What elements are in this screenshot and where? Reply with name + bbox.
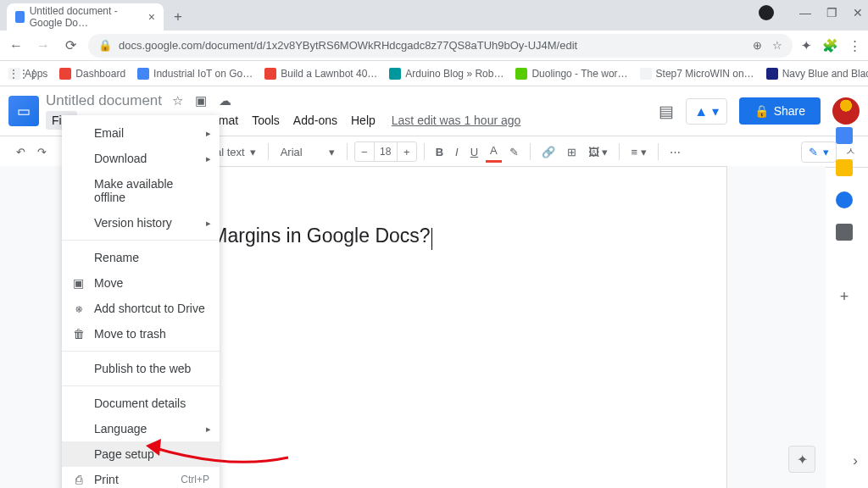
- last-edit-link[interactable]: Last edit was 1 hour ago: [392, 114, 521, 127]
- new-tab-button[interactable]: +: [167, 6, 189, 28]
- more-icon[interactable]: ⋯: [665, 142, 685, 162]
- menu-item-offline[interactable]: Make available offline: [62, 171, 220, 210]
- link-icon[interactable]: 🔗: [537, 142, 559, 162]
- comments-icon[interactable]: ▤: [659, 102, 674, 121]
- hide-sidepanel-icon[interactable]: ›: [853, 452, 858, 469]
- star-document-icon[interactable]: ☆: [172, 93, 183, 108]
- chrome-menu-icon[interactable]: ⋮: [849, 38, 861, 53]
- browser-tab[interactable]: Untitled document - Google Do… ×: [7, 3, 164, 30]
- menu-addons[interactable]: Add-ons: [287, 111, 343, 130]
- folder-move-icon: ▣: [71, 276, 86, 290]
- contacts-icon[interactable]: [836, 224, 853, 241]
- profile-icon[interactable]: [759, 5, 774, 20]
- close-tab-icon[interactable]: ×: [148, 10, 155, 24]
- document-title[interactable]: Untitled document: [46, 92, 162, 109]
- bookmark-item[interactable]: Duolingo - The wor…: [515, 68, 627, 80]
- menu-help[interactable]: Help: [345, 111, 381, 130]
- url-text: docs.google.com/document/d/1x2v8YBytRS6M…: [119, 39, 577, 52]
- minimize-icon[interactable]: —: [799, 6, 811, 19]
- menu-item-download[interactable]: Download▸: [62, 146, 220, 171]
- font-select[interactable]: Arial▾: [275, 146, 340, 158]
- menu-item-move[interactable]: ▣Move: [62, 270, 220, 296]
- window-controls: — ❐ ✕: [759, 5, 863, 20]
- side-panel: +: [827, 127, 861, 306]
- menu-tools[interactable]: Tools: [246, 111, 286, 130]
- bookmarks-bar: ⋮⋮⋮Apps Dashboard Industrial IoT on Go… …: [0, 61, 868, 86]
- file-menu-dropdown: Email▸ Download▸ Make available offline …: [62, 115, 220, 488]
- explore-button[interactable]: ✦: [788, 446, 815, 473]
- lock-icon: 🔒: [754, 104, 769, 118]
- bookmark-item[interactable]: Arduino Blog » Rob…: [389, 68, 504, 80]
- close-window-icon[interactable]: ✕: [853, 6, 863, 19]
- font-size-input[interactable]: 18: [374, 142, 398, 161]
- docs-logo-icon[interactable]: ▭: [8, 96, 39, 126]
- forward-icon: →: [34, 38, 53, 53]
- account-avatar[interactable]: [832, 97, 860, 125]
- star-icon[interactable]: ☆: [772, 39, 782, 52]
- bookmark-item[interactable]: Industrial IoT on Go…: [137, 68, 253, 80]
- menu-item-publish[interactable]: Publish to the web: [62, 356, 220, 381]
- add-addon-icon[interactable]: +: [840, 288, 849, 306]
- cloud-status-icon[interactable]: ☁: [219, 93, 231, 108]
- back-icon[interactable]: ←: [7, 38, 25, 53]
- image-icon[interactable]: 🖼 ▾: [584, 142, 613, 162]
- present-icon[interactable]: ▲ ▾: [686, 98, 726, 125]
- menu-item-rename[interactable]: Rename: [62, 245, 220, 270]
- bookmark-item[interactable]: Build a Lawnbot 40…: [264, 68, 377, 80]
- menu-item-print[interactable]: ⎙PrintCtrl+P: [62, 467, 220, 488]
- puzzle-icon[interactable]: 🧩: [822, 38, 838, 53]
- redo-icon[interactable]: ↷: [33, 142, 51, 162]
- extension-icon[interactable]: ✦: [801, 38, 812, 53]
- drive-shortcut-icon: ⎈: [71, 302, 86, 315]
- tab-title: Untitled document - Google Do…: [30, 5, 143, 29]
- menu-item-add-shortcut[interactable]: ⎈Add shortcut to Drive: [62, 296, 220, 321]
- comment-icon[interactable]: ⊞: [563, 142, 581, 162]
- bold-icon[interactable]: B: [431, 142, 448, 162]
- browser-tab-strip: Untitled document - Google Do… × + — ❐ ✕: [0, 0, 868, 30]
- reload-icon[interactable]: ⟳: [61, 37, 80, 53]
- bookmark-item[interactable]: Step7 MicroWIN on…: [640, 68, 754, 80]
- url-input[interactable]: 🔒 docs.google.com/document/d/1x2v8YBytRS…: [88, 34, 793, 58]
- align-icon[interactable]: ≡ ▾: [626, 142, 650, 162]
- undo-icon[interactable]: ↶: [12, 142, 30, 162]
- text-cursor: [431, 228, 432, 250]
- share-button[interactable]: 🔒 Share: [739, 97, 821, 125]
- highlight-icon[interactable]: ✎: [505, 142, 523, 162]
- decrease-font-icon[interactable]: −: [355, 146, 374, 158]
- menu-item-version-history[interactable]: Version history▸: [62, 210, 220, 236]
- maximize-icon[interactable]: ❐: [826, 6, 837, 19]
- zoom-icon[interactable]: ⊕: [753, 39, 762, 52]
- increase-font-icon[interactable]: +: [398, 146, 416, 158]
- underline-icon[interactable]: U: [466, 142, 482, 162]
- menu-item-details[interactable]: Document details: [62, 391, 220, 416]
- lock-icon: 🔒: [98, 39, 112, 52]
- text-color-icon[interactable]: A: [486, 141, 502, 163]
- print-icon: ⎙: [71, 473, 86, 486]
- keep-icon[interactable]: [836, 159, 853, 176]
- bookmark-item[interactable]: Dashboard: [59, 68, 125, 80]
- bookmark-item[interactable]: Navy Blue and Blac…: [766, 68, 868, 80]
- italic-icon[interactable]: I: [451, 142, 463, 162]
- address-bar: ← → ⟳ 🔒 docs.google.com/document/d/1x2v8…: [0, 30, 868, 61]
- menu-item-trash[interactable]: 🗑Move to trash: [62, 321, 220, 347]
- menu-item-language[interactable]: Language▸: [62, 416, 220, 441]
- docs-favicon: [15, 11, 25, 23]
- apps-button[interactable]: ⋮⋮⋮Apps: [8, 68, 47, 80]
- trash-icon: 🗑: [71, 327, 86, 341]
- font-size-control: − 18 +: [354, 141, 417, 162]
- menu-item-page-setup[interactable]: Page setup: [62, 441, 220, 467]
- tasks-icon[interactable]: [836, 191, 853, 208]
- calendar-icon[interactable]: [836, 127, 853, 144]
- menu-item-email[interactable]: Email▸: [62, 120, 220, 146]
- move-document-icon[interactable]: ▣: [195, 93, 207, 108]
